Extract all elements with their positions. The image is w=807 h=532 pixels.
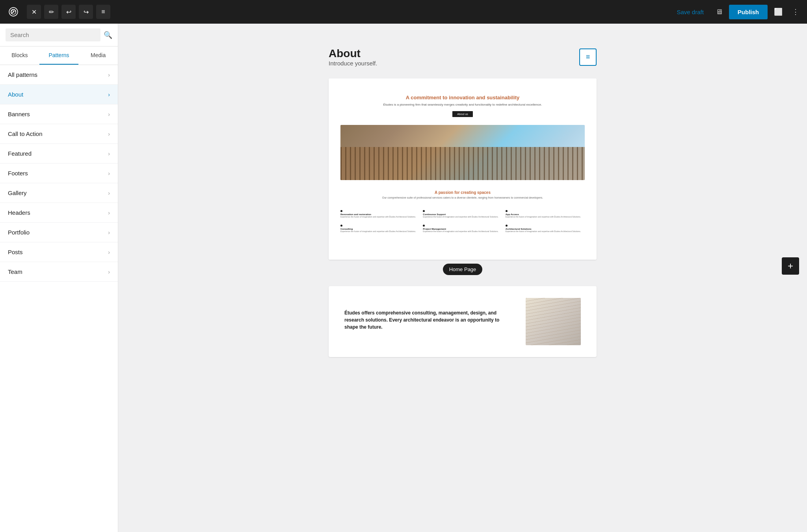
redo-button[interactable]: ↪ <box>79 5 93 19</box>
page-subtitle: Introduce yourself. <box>329 60 579 67</box>
sidebar-item-gallery[interactable]: Gallery › <box>0 183 118 203</box>
service-text: Experience the fusion of imagination and… <box>340 230 420 233</box>
sidebar-item-all-patterns[interactable]: All patterns › <box>0 65 118 85</box>
save-draft-button[interactable]: Save draft <box>671 6 709 19</box>
main-content: About Introduce yourself. ≡ A commitment… <box>118 24 807 532</box>
building-lines <box>340 147 585 180</box>
search-icon[interactable]: 🔍 <box>104 31 112 39</box>
nav-label: About <box>8 91 23 98</box>
service-dot <box>506 225 508 227</box>
chevron-icon: › <box>108 229 110 236</box>
service-item-5: Architectural Solutions Experience the f… <box>506 223 585 234</box>
mock-site-2-preview: Études offers comprehensive consulting, … <box>329 286 597 357</box>
service-dot <box>423 225 425 227</box>
publish-button[interactable]: Publish <box>729 5 768 19</box>
mock-services-grid: Renovation and restoration Experience th… <box>340 208 585 234</box>
chevron-icon: › <box>108 190 110 196</box>
chevron-icon: › <box>108 131 110 137</box>
edit-icon: ✏ <box>49 8 54 16</box>
service-item-0: Renovation and restoration Experience th… <box>340 208 420 220</box>
layout-icon-button[interactable]: ≡ <box>579 48 597 66</box>
chevron-icon: › <box>108 269 110 275</box>
nav-label: Team <box>8 268 22 275</box>
service-dot <box>340 210 342 212</box>
sidebar-item-call-to-action[interactable]: Call to Action › <box>0 124 118 144</box>
service-text: Experience the fusion of imagination and… <box>423 230 502 233</box>
nav-label: Headers <box>8 209 30 216</box>
chevron-icon: › <box>108 111 110 117</box>
badge-container: Home Page <box>329 264 597 278</box>
nav-label: All patterns <box>8 71 37 78</box>
sidebar: 🔍 Blocks Patterns Media All patterns › A… <box>0 24 118 532</box>
nav-label: Posts <box>8 249 23 255</box>
more-options-button[interactable]: ⋮ <box>789 4 802 19</box>
sidebar-toggle-button[interactable]: ⬜ <box>771 4 786 19</box>
redo-icon: ↪ <box>84 8 89 16</box>
edit-button[interactable]: ✏ <box>44 5 58 19</box>
pattern-card-1[interactable]: A commitment to innovation and sustainab… <box>329 78 597 260</box>
service-item-4: Project Management Experience the fusion… <box>423 223 502 234</box>
mock-passion-sub: Our comprehensive suite of professional … <box>340 196 585 199</box>
sidebar-item-about[interactable]: About › <box>0 85 118 104</box>
ellipsis-icon: ⋮ <box>792 7 799 16</box>
plus-icon: + <box>788 260 793 272</box>
service-item-1: Continuous Support Experience the fusion… <box>423 208 502 220</box>
chevron-icon: › <box>108 151 110 157</box>
monitor-icon: 🖥 <box>716 8 723 16</box>
chevron-icon: › <box>108 91 110 98</box>
page-header-text: About Introduce yourself. <box>329 47 579 67</box>
chevron-icon: › <box>108 249 110 255</box>
tabs: Blocks Patterns Media <box>0 47 118 65</box>
service-dot <box>423 210 425 212</box>
nav-label: Portfolio <box>8 229 30 236</box>
pattern-badge: Home Page <box>443 264 483 275</box>
toolbar: ✕ ✏ ↩ ↪ ≡ Save draft 🖥 Publish ⬜ ⋮ <box>0 0 807 24</box>
list-view-button[interactable]: ≡ <box>96 5 110 19</box>
mock-hero-title: A commitment to innovation and sustainab… <box>340 94 585 101</box>
tab-blocks[interactable]: Blocks <box>0 47 39 65</box>
service-text: Experience the fusion of imagination and… <box>340 216 420 218</box>
tab-patterns[interactable]: Patterns <box>39 47 79 65</box>
search-box: 🔍 <box>0 24 118 47</box>
chevron-icon: › <box>108 170 110 177</box>
pattern-card-2[interactable]: Études offers comprehensive consulting, … <box>329 286 597 357</box>
nav-label: Call to Action <box>8 130 43 137</box>
undo-icon: ↩ <box>66 8 71 16</box>
pattern-preview-1: A commitment to innovation and sustainab… <box>329 78 597 260</box>
undo-button[interactable]: ↩ <box>61 5 76 19</box>
tab-media[interactable]: Media <box>78 47 118 65</box>
nav-label: Gallery <box>8 190 27 196</box>
chevron-icon: › <box>108 210 110 216</box>
mock-site-2-image <box>526 298 581 345</box>
sidebar-item-team[interactable]: Team › <box>0 262 118 282</box>
service-item-3: Consulting Experience the fusion of imag… <box>340 223 420 234</box>
sidebar-item-portfolio[interactable]: Portfolio › <box>0 223 118 242</box>
sidebar-item-headers[interactable]: Headers › <box>0 203 118 223</box>
mock-site-preview: A commitment to innovation and sustainab… <box>329 78 597 242</box>
mock-site-2-text: Études offers comprehensive consulting, … <box>344 298 514 345</box>
chevron-icon: › <box>108 72 110 78</box>
service-dot <box>506 210 508 212</box>
search-input[interactable] <box>6 28 100 41</box>
sidebar-item-footers[interactable]: Footers › <box>0 164 118 183</box>
mock-site-2-heading: Études offers comprehensive consulting, … <box>344 309 514 331</box>
sidebar-item-featured[interactable]: Featured › <box>0 144 118 164</box>
nav-list: All patterns › About › Banners › Call to… <box>0 65 118 532</box>
service-text: Experience the fusion of imagination and… <box>506 230 585 233</box>
nav-label: Featured <box>8 150 32 157</box>
service-item-2: App Access Experience the fusion of imag… <box>506 208 585 220</box>
arch-lines <box>526 298 581 345</box>
layout: 🔍 Blocks Patterns Media All patterns › A… <box>0 24 807 532</box>
nav-label: Footers <box>8 170 28 177</box>
mock-building-image <box>340 125 585 180</box>
mock-hero: A commitment to innovation and sustainab… <box>340 86 585 121</box>
mock-passion: A passion for creating spaces Our compre… <box>340 184 585 206</box>
nav-label: Banners <box>8 111 30 117</box>
layout-icon: ≡ <box>586 53 590 61</box>
close-button[interactable]: ✕ <box>27 5 41 19</box>
sidebar-item-posts[interactable]: Posts › <box>0 242 118 262</box>
add-block-button[interactable]: + <box>782 257 799 275</box>
close-icon: ✕ <box>32 8 37 16</box>
view-button[interactable]: 🖥 <box>712 5 726 19</box>
sidebar-item-banners[interactable]: Banners › <box>0 104 118 124</box>
